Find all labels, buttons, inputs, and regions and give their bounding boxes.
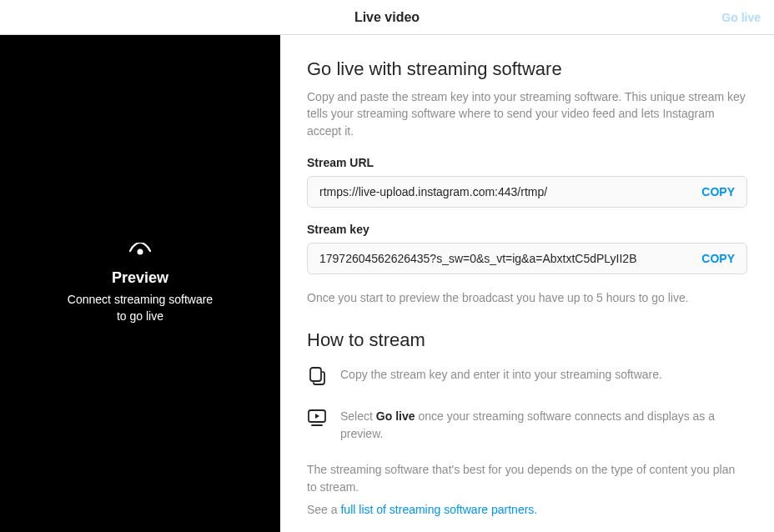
footer-text-1: The streaming software that's best for y… (307, 461, 747, 496)
step-1-text: Copy the stream key and enter it into yo… (340, 366, 662, 384)
main-description: Copy and paste the stream key into your … (307, 88, 747, 139)
stream-url-field: rtmps://live-upload.instagram.com:443/rt… (307, 176, 747, 208)
eye-preview-icon (129, 243, 151, 259)
footer-text-2: See a full list of streaming software pa… (307, 501, 747, 519)
stream-url-label: Stream URL (307, 156, 747, 169)
partners-link[interactable]: full list of streaming software partners… (340, 503, 537, 516)
svg-rect-1 (310, 368, 321, 381)
copy-stream-url-button[interactable]: COPY (701, 185, 735, 198)
preview-title: Preview (112, 269, 168, 287)
step-2-text: Select Go live once your streaming softw… (340, 408, 747, 443)
how-to-heading: How to stream (307, 329, 747, 351)
stream-key-field: 17972604562626435?s_sw=0&s_vt=ig&a=Abxtx… (307, 243, 747, 274)
page-title: Live video (354, 10, 420, 25)
copy-stream-key-button[interactable]: COPY (701, 252, 735, 265)
step-1: Copy the stream key and enter it into yo… (307, 366, 747, 389)
stream-url-value: rtmps://live-upload.instagram.com:443/rt… (319, 185, 691, 198)
main-panel: Go live with streaming software Copy and… (280, 35, 774, 532)
step-2: Select Go live once your streaming softw… (307, 408, 747, 443)
content: Preview Connect streaming software to go… (0, 35, 774, 532)
preview-panel: Preview Connect streaming software to go… (0, 35, 280, 532)
main-heading: Go live with streaming software (307, 58, 747, 80)
preview-subtitle: Connect streaming software to go live (68, 292, 213, 324)
preview-note: Once you start to preview the broadcast … (307, 289, 747, 306)
stream-key-label: Stream key (307, 223, 747, 236)
svg-point-0 (138, 248, 143, 254)
go-live-button[interactable]: Go live (721, 11, 761, 24)
stream-key-value: 17972604562626435?s_sw=0&s_vt=ig&a=Abxtx… (319, 252, 691, 265)
copy-icon (307, 366, 327, 389)
play-monitor-icon (307, 408, 327, 431)
header: Live video Go live (0, 0, 774, 35)
